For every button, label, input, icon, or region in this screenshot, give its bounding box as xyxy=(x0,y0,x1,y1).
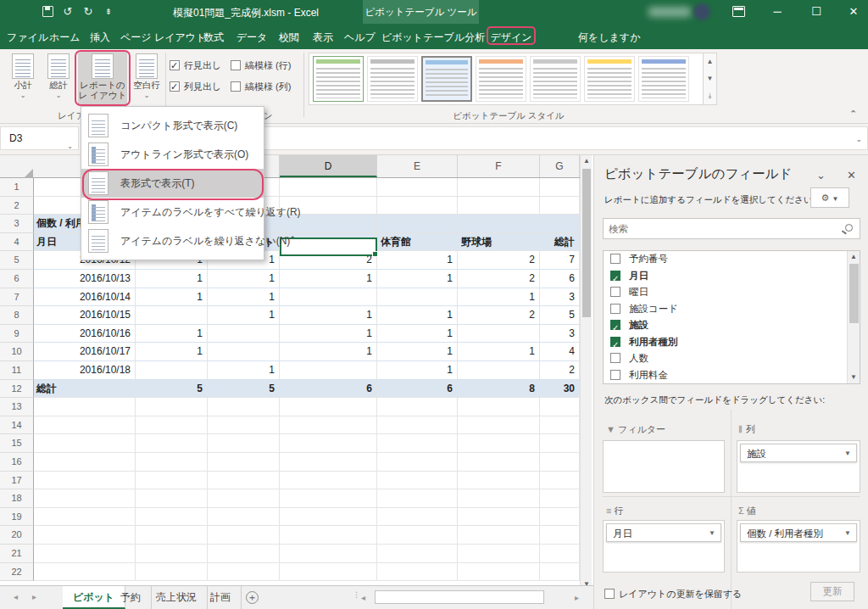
grid-cell[interactable] xyxy=(377,526,458,545)
tab-design-active[interactable]: デザイン xyxy=(487,26,536,45)
grid-cell[interactable] xyxy=(136,416,208,435)
grid-cell[interactable] xyxy=(458,453,540,472)
column-header-G[interactable]: G xyxy=(540,155,580,177)
pivot-style-gallery[interactable] xyxy=(309,53,704,105)
grid-cell[interactable]: 2 xyxy=(540,361,580,380)
grid-cell[interactable]: 30 xyxy=(540,380,580,399)
tab-data[interactable]: データ xyxy=(236,28,268,47)
grid-cell[interactable]: 1 xyxy=(280,306,377,325)
pivot-style-thumbnail-4[interactable] xyxy=(476,56,526,102)
grid-cell[interactable] xyxy=(377,197,458,215)
grid-cell[interactable]: 1 xyxy=(136,343,208,361)
values-field-pill[interactable]: 個数 / 利用者種別 ▼ xyxy=(740,523,857,542)
field-item-1[interactable]: 予約番号 xyxy=(604,251,860,268)
field-checkbox[interactable] xyxy=(610,370,620,380)
grid-cell[interactable] xyxy=(377,508,458,527)
avatar[interactable] xyxy=(693,3,710,20)
row-header-6[interactable]: 6 xyxy=(0,270,34,288)
grid-cell[interactable]: 2016/10/18 xyxy=(34,361,136,380)
grid-cell[interactable]: 1 xyxy=(377,306,458,325)
qat-more-icon[interactable]: ⇟ xyxy=(102,5,115,19)
undo-icon[interactable]: ↺ xyxy=(61,5,75,19)
hscroll-right-icon[interactable]: ▸ xyxy=(575,593,579,602)
grid-cell[interactable] xyxy=(208,526,280,545)
grid-cell[interactable] xyxy=(34,472,136,490)
field-checkbox[interactable] xyxy=(610,254,620,264)
field-checkbox[interactable] xyxy=(610,287,620,297)
checkbox-icon[interactable] xyxy=(231,81,241,92)
grid-cell[interactable] xyxy=(280,508,377,527)
chevron-down-icon[interactable]: ▼ xyxy=(844,444,851,463)
grid-cell[interactable] xyxy=(540,398,580,416)
grid-cell[interactable] xyxy=(34,416,136,435)
field-list-scroll-thumb[interactable] xyxy=(849,264,859,323)
grid-cell[interactable] xyxy=(34,453,136,472)
grid-cell[interactable] xyxy=(280,526,377,545)
panel-close-icon[interactable]: ✕ xyxy=(847,169,856,182)
grid-cell[interactable] xyxy=(540,526,580,545)
grid-cell[interactable]: 総計 xyxy=(540,233,580,252)
field-item-6[interactable]: 利用者種別 xyxy=(604,334,860,351)
checkbox-icon[interactable] xyxy=(170,60,180,70)
grid-cell[interactable]: 1 xyxy=(280,325,377,344)
grid-cell[interactable] xyxy=(136,434,208,453)
grid-cell[interactable] xyxy=(377,545,458,563)
grid-cell[interactable] xyxy=(458,489,540,508)
tab-home[interactable]: ホーム xyxy=(49,28,80,47)
grid-cell[interactable]: 2016/10/14 xyxy=(34,288,136,307)
grid-cell[interactable]: 2016/10/15 xyxy=(34,306,136,325)
grid-cell[interactable]: 総計 xyxy=(34,380,136,399)
column-header-D[interactable]: D xyxy=(280,155,377,177)
grid-cell[interactable] xyxy=(540,472,580,490)
grid-cell[interactable] xyxy=(208,453,280,472)
row-header-22[interactable]: 22 xyxy=(0,563,34,582)
grid-cell[interactable] xyxy=(540,563,580,582)
column-header-F[interactable]: F xyxy=(458,155,540,177)
grid-cell[interactable] xyxy=(280,472,377,490)
grid-cell[interactable]: 1 xyxy=(377,343,458,361)
banded-rows-checkbox[interactable]: 縞模様 (行) xyxy=(231,59,291,73)
values-area-box[interactable]: 個数 / 利用者種別 ▼ xyxy=(737,520,860,573)
pivot-style-thumbnail-6[interactable] xyxy=(584,56,635,102)
grid-cell[interactable]: 8 xyxy=(458,380,540,399)
field-checkbox[interactable] xyxy=(610,337,620,347)
row-headers-checkbox[interactable]: 行見出し xyxy=(170,59,221,73)
scroll-up-icon[interactable]: ▲ xyxy=(848,251,860,263)
grid-cell[interactable] xyxy=(377,563,458,582)
row-header-11[interactable]: 11 xyxy=(0,361,34,380)
grid-cell[interactable] xyxy=(136,398,208,416)
checkbox-icon[interactable] xyxy=(170,81,180,92)
grid-cell[interactable]: 1 xyxy=(280,270,377,288)
chevron-down-icon[interactable]: ▼ xyxy=(709,524,715,543)
grid-cell[interactable] xyxy=(377,215,458,233)
panel-chevron-down-icon[interactable]: ⌄ xyxy=(816,169,826,182)
subtotals-button[interactable]: 小計 ⌄ xyxy=(5,52,41,106)
close-icon[interactable]: ✕ xyxy=(846,4,861,20)
grid-cell[interactable] xyxy=(208,563,280,582)
gallery-down-icon[interactable]: ▼ xyxy=(704,70,716,87)
grid-cell[interactable] xyxy=(208,508,280,527)
vertical-scroll-thumb[interactable] xyxy=(582,169,591,317)
grid-cell[interactable]: 1 xyxy=(136,270,208,288)
grid-cell[interactable] xyxy=(136,489,208,508)
grid-cell[interactable] xyxy=(34,398,136,416)
row-header-12[interactable]: 12 xyxy=(0,380,34,399)
grid-cell[interactable]: 1 xyxy=(377,361,458,380)
save-icon[interactable] xyxy=(42,6,53,17)
grid-cell[interactable] xyxy=(540,508,580,527)
horizontal-scroll-thumb[interactable] xyxy=(375,590,544,604)
gallery-more-icon[interactable]: ⤓ xyxy=(704,87,716,104)
menu-item-compact-form[interactable]: コンパクト形式で表示(C) xyxy=(81,111,264,140)
grid-cell[interactable] xyxy=(280,563,377,582)
pivot-style-thumbnail-2[interactable] xyxy=(367,56,418,102)
grid-cell[interactable] xyxy=(34,526,136,545)
grid-cell[interactable]: 2 xyxy=(280,251,377,270)
row-header-8[interactable]: 8 xyxy=(0,306,34,325)
maximize-icon[interactable]: ☐ xyxy=(809,4,824,20)
row-header-7[interactable]: 7 xyxy=(0,288,34,307)
blank-rows-button[interactable]: 空白行 ⌄ xyxy=(129,52,164,106)
collapse-ribbon-icon[interactable]: ⌃ xyxy=(849,109,857,120)
grid-cell[interactable] xyxy=(458,416,540,435)
grid-cell[interactable] xyxy=(540,545,580,563)
grid-cell[interactable] xyxy=(34,545,136,563)
